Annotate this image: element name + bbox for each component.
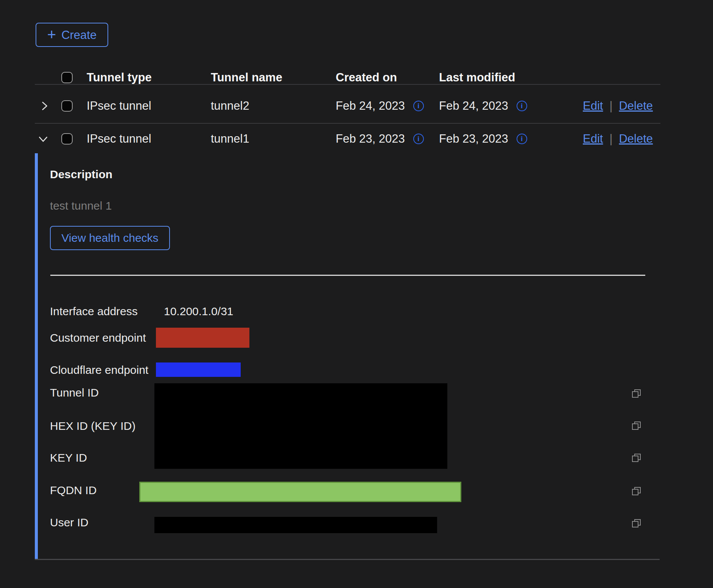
- row-actions: Edit | Delete: [583, 132, 653, 146]
- copy-user-id-button[interactable]: [631, 518, 642, 529]
- info-icon[interactable]: i: [413, 101, 424, 111]
- row-checkbox-tunnel2[interactable]: [61, 100, 73, 112]
- create-button-label: Create: [61, 29, 97, 41]
- customer-endpoint-label: Customer endpoint: [50, 331, 146, 344]
- hex-id-label: HEX ID (KEY ID): [50, 420, 135, 432]
- chevron-right-icon[interactable]: [39, 101, 50, 111]
- copy-tunnel-id-button[interactable]: [631, 388, 642, 399]
- copy-hex-id-button[interactable]: [631, 420, 642, 431]
- tunnel-type-cell: IPsec tunnel: [87, 99, 151, 113]
- cloudflare-endpoint-label: Cloudflare endpoint: [50, 364, 148, 376]
- created-on-date: Feb 23, 2023: [336, 132, 405, 146]
- column-header-created-on: Created on: [336, 71, 397, 84]
- created-on-date: Feb 24, 2023: [336, 99, 405, 113]
- tunnel-name-cell: tunnel2: [211, 99, 249, 113]
- action-separator: |: [609, 99, 612, 113]
- description-label: Description: [50, 168, 112, 181]
- view-health-checks-label: View health checks: [61, 232, 158, 244]
- description-value: test tunnel 1: [50, 199, 112, 212]
- header-divider: [35, 84, 660, 85]
- last-modified-date: Feb 23, 2023: [439, 132, 508, 146]
- user-id-label: User ID: [50, 516, 89, 529]
- tunnel-name-cell: tunnel1: [211, 132, 249, 146]
- section-divider: [50, 275, 645, 276]
- row-actions: Edit | Delete: [583, 99, 653, 113]
- user-id-redacted-value: [154, 517, 437, 533]
- last-modified-cell: Feb 23, 2023 i: [439, 132, 527, 146]
- info-icon[interactable]: i: [517, 134, 527, 144]
- tunnel-type-cell: IPsec tunnel: [87, 132, 151, 146]
- delete-link[interactable]: Delete: [619, 132, 653, 146]
- view-health-checks-button[interactable]: View health checks: [50, 226, 170, 250]
- row-divider: [35, 123, 660, 124]
- edit-link[interactable]: Edit: [583, 99, 603, 113]
- row-checkbox-tunnel1[interactable]: [61, 133, 73, 145]
- ids-redacted-value-block: [154, 383, 447, 469]
- expanded-row-indicator-bar: [35, 153, 38, 559]
- tunnel-id-label: Tunnel ID: [50, 386, 99, 399]
- column-header-last-modified: Last modified: [439, 71, 515, 84]
- action-separator: |: [609, 132, 612, 146]
- key-id-label: KEY ID: [50, 451, 87, 464]
- fqdn-id-redacted-value: [139, 482, 461, 502]
- created-on-cell: Feb 23, 2023 i: [336, 132, 424, 146]
- created-on-cell: Feb 24, 2023 i: [336, 99, 424, 113]
- info-icon[interactable]: i: [517, 101, 527, 111]
- customer-endpoint-redacted-value: [156, 328, 249, 348]
- edit-link[interactable]: Edit: [583, 132, 603, 146]
- fqdn-id-label: FQDN ID: [50, 484, 97, 497]
- cloudflare-endpoint-redacted-value: [156, 362, 241, 377]
- last-modified-date: Feb 24, 2023: [439, 99, 508, 113]
- tunnels-page: + Create Tunnel type Tunnel name Created…: [0, 0, 713, 588]
- delete-link[interactable]: Delete: [619, 99, 653, 113]
- select-all-checkbox[interactable]: [61, 72, 73, 83]
- copy-fqdn-id-button[interactable]: [631, 486, 642, 496]
- copy-key-id-button[interactable]: [631, 453, 642, 463]
- interface-address-label: Interface address: [50, 305, 138, 318]
- expanded-row-bottom-border: [35, 559, 660, 560]
- last-modified-cell: Feb 24, 2023 i: [439, 99, 527, 113]
- interface-address-value: 10.200.1.0/31: [164, 305, 234, 318]
- column-header-tunnel-name: Tunnel name: [211, 71, 282, 84]
- create-button[interactable]: + Create: [36, 23, 108, 47]
- info-icon[interactable]: i: [413, 134, 424, 144]
- chevron-down-icon[interactable]: [38, 134, 48, 144]
- column-header-tunnel-type: Tunnel type: [87, 71, 152, 84]
